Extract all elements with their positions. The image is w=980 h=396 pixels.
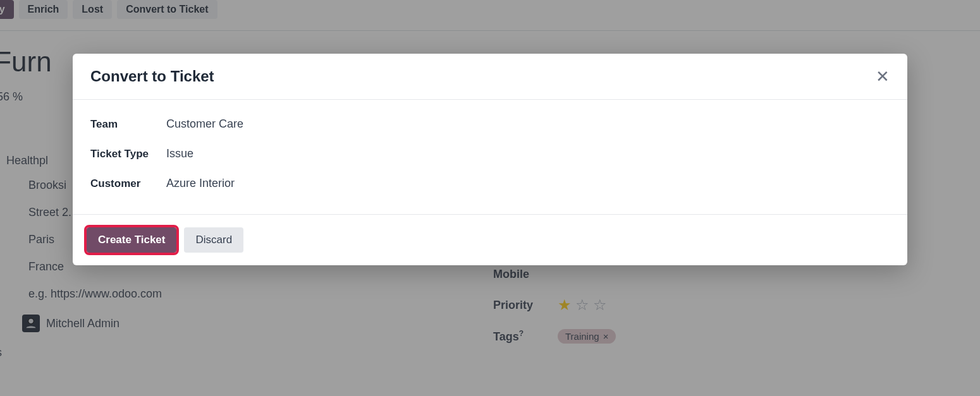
modal-title: Convert to Ticket	[90, 68, 214, 85]
team-value[interactable]: Customer Care	[166, 117, 243, 131]
modal-overlay: Convert to Ticket ✕ Team Customer Care T…	[0, 0, 980, 396]
team-label: Team	[90, 118, 166, 131]
ticket-type-value[interactable]: Issue	[166, 147, 193, 160]
discard-button[interactable]: Discard	[184, 227, 243, 253]
customer-label: Customer	[90, 177, 166, 190]
convert-to-ticket-modal: Convert to Ticket ✕ Team Customer Care T…	[73, 54, 907, 265]
ticket-type-label: Ticket Type	[90, 148, 166, 160]
close-icon[interactable]: ✕	[876, 68, 890, 85]
customer-value[interactable]: Azure Interior	[166, 177, 235, 190]
create-ticket-button[interactable]: Create Ticket	[87, 227, 176, 253]
